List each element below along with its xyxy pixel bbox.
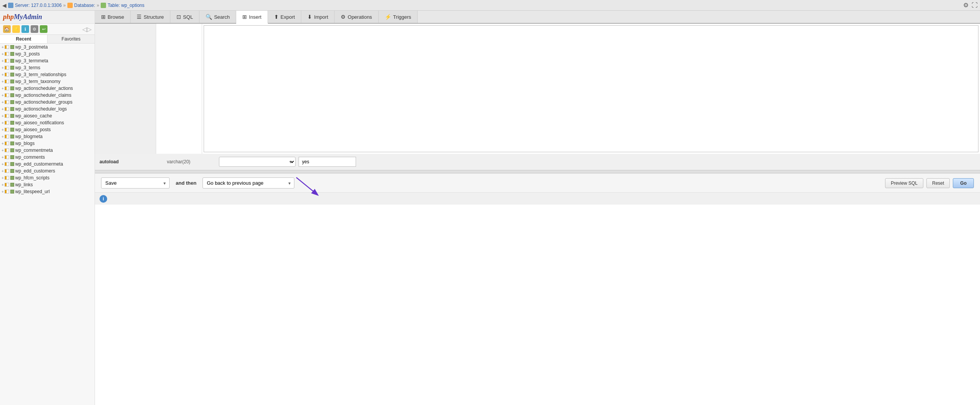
table-bullet-icon [5, 107, 9, 111]
expand-icon: + [2, 107, 4, 111]
sidebar-item[interactable]: + wp_actionscheduler_groups [0, 99, 95, 106]
tab-browse[interactable]: ⊞ Browse [95, 11, 131, 23]
tab-search[interactable]: 🔍 Search [199, 11, 236, 23]
expand-icon: + [2, 73, 4, 77]
table-color-icon [10, 148, 14, 152]
server-label[interactable]: Server: 127.0.0.1:3306 [15, 3, 62, 8]
sidebar-item[interactable]: + wp_aioseo_posts [0, 126, 95, 133]
insert-tab-label: Insert [249, 14, 261, 20]
sidebar-item[interactable]: + wp_actionscheduler_claims [0, 92, 95, 99]
preview-sql-button[interactable]: Preview SQL [885, 178, 923, 188]
footer-bar: i [95, 192, 980, 205]
sidebar-icons: 🏠 ⭐ ℹ ⚙ ↩ ◁▷ [0, 24, 95, 35]
settings-icon[interactable]: ⚙ [963, 2, 969, 9]
exit-icon[interactable]: ↩ [40, 25, 47, 33]
expand-icon: + [2, 169, 4, 173]
sidebar-collapse-icon[interactable]: ◁▷ [82, 26, 91, 33]
action-bar-right: Preview SQL Reset Go [885, 178, 974, 188]
tab-triggers[interactable]: ⚡ Triggers [379, 11, 418, 23]
operations-tab-icon: ⚙ [341, 14, 346, 20]
reset-button[interactable]: Reset [926, 178, 950, 188]
expand-icon: + [2, 59, 4, 63]
tab-insert[interactable]: ⊞ Insert [236, 11, 268, 24]
sidebar-item[interactable]: + wp_aioseo_notifications [0, 119, 95, 126]
sidebar-item[interactable]: + wp_links [0, 181, 95, 188]
expand-icon: + [2, 45, 4, 49]
import-tab-icon: ⬇ [307, 14, 312, 20]
sidebar-item[interactable]: + wp_edd_customers [0, 168, 95, 174]
star-icon[interactable]: ⭐ [12, 25, 20, 33]
footer-info-icon[interactable]: i [100, 195, 107, 203]
expand-icon: + [2, 135, 4, 139]
sidebar-item[interactable]: + wp_commentmeta [0, 147, 95, 154]
and-then-label: and then [176, 180, 196, 186]
browse-tab-label: Browse [108, 14, 124, 20]
sidebar-item-label: wp_actionscheduler_claims [15, 93, 72, 98]
gear-icon[interactable]: ⚙ [31, 25, 38, 33]
sidebar-item[interactable]: + wp_litespeed_url [0, 188, 95, 195]
sidebar-item[interactable]: + wp_comments [0, 154, 95, 161]
table-color-icon [10, 107, 14, 111]
sidebar-item[interactable]: + wp_3_postmeta [0, 44, 95, 50]
table-bullet-icon [5, 148, 9, 152]
sidebar-item[interactable]: + wp_3_term_relationships [0, 71, 95, 78]
sidebar-item[interactable]: + wp_hfcm_scripts [0, 174, 95, 181]
back-button[interactable]: ◀ [2, 2, 7, 8]
sidebar-item-label: wp_3_term_taxonomy [15, 79, 60, 84]
sidebar-item[interactable]: + wp_edd_customermeta [0, 161, 95, 168]
table-bullet-icon [5, 114, 9, 118]
autoload-value-input[interactable] [299, 157, 356, 167]
go-back-select[interactable]: Go back to previous page Stay on this pa… [203, 177, 294, 189]
divider [95, 170, 980, 173]
table-bullet-icon [5, 66, 9, 70]
table-color-icon [10, 86, 14, 90]
home-icon[interactable]: 🏠 [3, 25, 11, 33]
info-icon[interactable]: ℹ [21, 25, 29, 33]
sidebar-item[interactable]: + wp_3_posts [0, 50, 95, 57]
autoload-label: autoload [100, 159, 161, 164]
content-area: ⊞ Browse ☰ Structure ⊡ SQL 🔍 Search ⊞ In… [95, 11, 980, 405]
go-button[interactable]: Go [953, 178, 974, 188]
table-color-icon [10, 80, 14, 83]
sidebar-item[interactable]: + wp_3_term_taxonomy [0, 78, 95, 85]
browse-tab-icon: ⊞ [101, 14, 106, 20]
tab-operations[interactable]: ⚙ Operations [335, 11, 379, 23]
recent-tab[interactable]: Recent [0, 35, 47, 43]
value-field-input[interactable] [202, 24, 980, 154]
table-color-icon [10, 169, 14, 173]
save-select[interactable]: Save Save and go back Save and edit next… [101, 177, 170, 189]
sidebar-item-label: wp_litespeed_url [15, 189, 50, 194]
autoload-select-wrap: yes no [219, 157, 356, 167]
tab-sql[interactable]: ⊡ SQL [170, 11, 199, 23]
pma-logo-text: phpMyAdmin [3, 13, 42, 21]
tab-structure[interactable]: ☰ Structure [131, 11, 170, 23]
breadcrumb: Server: 127.0.0.1:3306 » Database: » Tab… [8, 3, 144, 8]
db-label[interactable]: Database: [74, 3, 95, 8]
autoload-select-wrapper: yes no [219, 157, 296, 167]
expand-icon: + [2, 80, 4, 84]
sidebar-item[interactable]: + wp_actionscheduler_logs [0, 106, 95, 112]
table-bullet-icon [5, 45, 9, 49]
value-textarea[interactable] [204, 25, 978, 152]
tab-import[interactable]: ⬇ Import [301, 11, 335, 23]
sidebar-item[interactable]: + wp_blogmeta [0, 133, 95, 140]
resize-icon[interactable]: ⛶ [972, 2, 978, 9]
sql-tab-icon: ⊡ [176, 14, 181, 20]
table-label[interactable]: Table: wp_options [108, 3, 144, 8]
table-color-icon [10, 73, 14, 76]
table-bullet-icon [5, 162, 9, 166]
sidebar-item[interactable]: + wp_actionscheduler_actions [0, 85, 95, 92]
sidebar-item-label: wp_links [15, 182, 33, 187]
autoload-type: varchar(20) [167, 159, 213, 164]
tab-export[interactable]: ⬆ Export [268, 11, 302, 23]
expand-icon: + [2, 176, 4, 180]
table-bullet-icon [5, 52, 9, 56]
sidebar-item[interactable]: + wp_3_termmeta [0, 57, 95, 64]
autoload-select[interactable]: yes no [219, 157, 296, 167]
sidebar-item[interactable]: + wp_blogs [0, 140, 95, 147]
sidebar-item[interactable]: + wp_3_terms [0, 64, 95, 71]
insert-tab-icon: ⊞ [242, 14, 247, 20]
sidebar-item-label: wp_3_term_relationships [15, 72, 66, 77]
sidebar-item[interactable]: + wp_aioseo_cache [0, 112, 95, 119]
favorites-tab[interactable]: Favorites [47, 35, 95, 43]
